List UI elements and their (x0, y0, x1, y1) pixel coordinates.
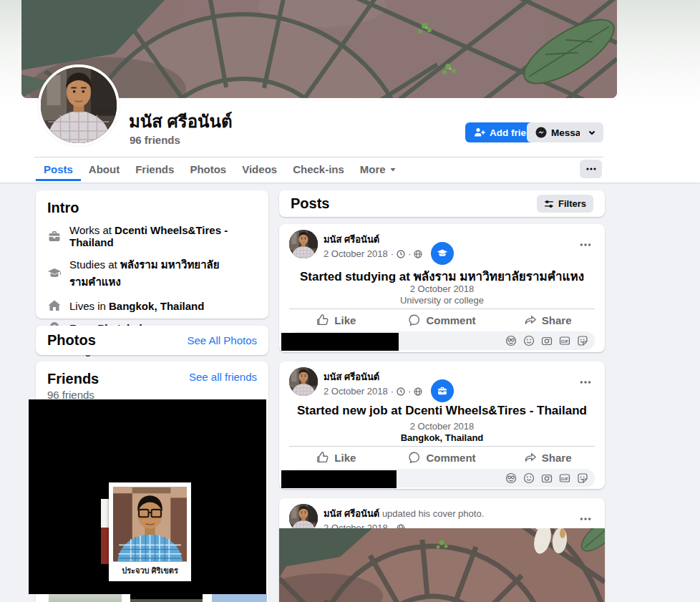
profile-header: มนัส ศรีอนันต์ 96 friends Add friend Mes… (0, 0, 700, 183)
tab-photos[interactable]: Photos (182, 158, 234, 181)
comment-button[interactable]: Comment (389, 447, 495, 467)
profile-name: มนัส ศรีอนันต์ (129, 107, 232, 135)
ellipsis-icon (585, 163, 597, 175)
divider (289, 309, 595, 309)
emoji-icon[interactable] (523, 335, 535, 346)
share-arrow-icon (524, 314, 537, 326)
filters-label: Filters (558, 198, 586, 209)
profile-picture[interactable] (38, 64, 120, 146)
emoji-icon[interactable] (523, 472, 535, 484)
briefcase-icon (437, 385, 448, 397)
friend-thumbnail-partial-2 (130, 599, 203, 602)
like-button[interactable]: Like (283, 310, 389, 330)
posts-title: Posts (291, 195, 329, 212)
intro-card: Intro Works at Dcenti Wheels&Tires - Tha… (36, 190, 268, 319)
tab-posts[interactable]: Posts (36, 158, 81, 181)
photos-card: Photos See All Photos (36, 326, 268, 355)
tab-friends[interactable]: Friends (127, 158, 182, 181)
comment-bubble-icon (408, 451, 421, 464)
briefcase-icon (47, 229, 62, 243)
intro-studies-item: Studies at พลังราม มหาวิทยาลัยรามคำแหง (47, 256, 257, 291)
intro-work-item: Works at Dcenti Wheels&Tires - Thailand (47, 224, 257, 248)
tab-videos[interactable]: Videos (234, 158, 285, 181)
partial-friend-thumbnail (101, 499, 109, 564)
clock-icon (397, 387, 405, 396)
friend-name[interactable]: ประจวบ ศิริเขตร (109, 564, 191, 577)
tab-checkins[interactable]: Check-ins (285, 158, 352, 181)
like-button[interactable]: Like (283, 447, 389, 467)
friend-tile[interactable]: ประจวบ ศิริเขตร (109, 482, 191, 581)
post-life-event-study: มนัส ศรีอนันต์ 2 October 2018 · · Starte… (279, 224, 605, 352)
life-event-title[interactable]: Started new job at Dcenti Wheels&Tires -… (286, 404, 598, 418)
sticker-icon[interactable] (577, 335, 588, 346)
photos-title: Photos (47, 332, 96, 349)
post-author-name[interactable]: มนัส ศรีอนันต์ (324, 369, 422, 384)
posts-panel-header: Posts Filters (279, 190, 605, 217)
life-event-date: 2 October 2018 (279, 283, 605, 294)
ellipsis-icon (579, 376, 592, 389)
ellipsis-icon (579, 513, 592, 525)
tab-about[interactable]: About (81, 158, 127, 181)
clock-icon (397, 250, 405, 258)
camera-icon[interactable] (541, 335, 553, 346)
life-event-badge (431, 379, 454, 402)
caret-down-icon (389, 166, 397, 173)
filters-button[interactable]: Filters (537, 195, 593, 213)
svg-text:GIF: GIF (561, 476, 569, 481)
avatar-sticker-icon[interactable] (505, 472, 517, 484)
tabs-overflow-button[interactable] (580, 160, 602, 178)
facebook-profile-page: { "header": { "name": "มนัส ศรีอนันต์", … (0, 0, 700, 602)
camera-icon[interactable] (541, 472, 553, 484)
friend-photo (113, 487, 187, 562)
intro-title: Intro (47, 200, 257, 216)
graduation-cap-icon (436, 247, 449, 260)
life-event-title[interactable]: Started studying at พลังราม มหาวิทยาลัยร… (286, 266, 598, 286)
profile-friends-count[interactable]: 96 friends (130, 134, 180, 146)
globe-icon (414, 387, 422, 396)
divider (289, 446, 595, 447)
friend-thumbnail-partial-1 (49, 594, 122, 602)
globe-icon (414, 250, 422, 258)
post-meta[interactable]: 2 October 2018 · · (324, 248, 422, 259)
life-event-date: 2 October 2018 (279, 421, 605, 432)
see-all-photos-link[interactable]: See All Photos (187, 334, 257, 346)
redacted-comment-area (281, 470, 397, 488)
profile-more-actions-button[interactable] (580, 122, 603, 142)
friends-title: Friends (47, 371, 99, 387)
messenger-icon (535, 127, 547, 138)
comment-button[interactable]: Comment (389, 310, 495, 330)
filters-icon (544, 199, 554, 209)
post-author-line[interactable]: มนัส ศรีอนันต์ updated his cover photo. (324, 506, 484, 521)
post-author-avatar[interactable] (289, 230, 318, 258)
post-author-avatar[interactable] (289, 367, 318, 396)
tab-more[interactable]: More (352, 158, 404, 181)
post-options-button[interactable] (576, 236, 595, 257)
svg-text:GIF: GIF (561, 339, 569, 344)
post-author-name[interactable]: มนัส ศรีอนันต์ (324, 232, 422, 247)
avatar-sticker-icon[interactable] (505, 335, 517, 346)
share-button[interactable]: Share (495, 310, 601, 330)
post-life-event-job: มนัส ศรีอนันต์ 2 October 2018 · · Starte… (279, 361, 605, 489)
paving-stones-photo (279, 528, 605, 602)
home-icon (47, 298, 62, 313)
post-photo-cover-update[interactable] (279, 528, 605, 602)
person-add-icon (474, 127, 485, 138)
thumbs-up-icon (316, 314, 329, 326)
redacted-comment-area (281, 333, 399, 351)
thumbs-up-icon (316, 451, 329, 464)
post-cover-photo-update: มนัส ศรีอนันต์ updated his cover photo. … (279, 498, 605, 602)
sticker-icon[interactable] (577, 472, 588, 484)
chevron-down-icon (587, 127, 597, 137)
friend-thumbnail-partial-3 (212, 594, 267, 602)
gif-icon[interactable]: GIF (559, 472, 570, 484)
gif-icon[interactable]: GIF (559, 335, 570, 346)
life-event-location[interactable]: Bangkok, Thailand (279, 432, 605, 443)
comment-bubble-icon (408, 314, 421, 326)
share-arrow-icon (524, 451, 537, 464)
post-options-button[interactable] (576, 373, 595, 394)
tabs-divider (34, 157, 603, 157)
share-button[interactable]: Share (495, 447, 601, 467)
see-all-friends-link[interactable]: See all friends (189, 371, 257, 383)
life-event-badge (431, 242, 454, 265)
post-meta[interactable]: 2 October 2018 · · (324, 386, 422, 397)
